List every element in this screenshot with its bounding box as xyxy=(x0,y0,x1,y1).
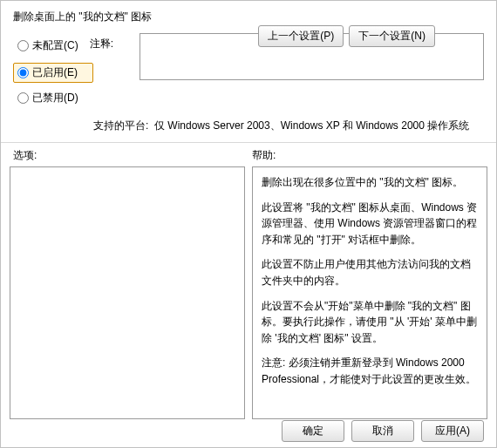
help-para: 注意: 必须注销并重新登录到 Windows 2000 Professional… xyxy=(262,355,478,387)
radio-unconfigured[interactable]: 未配置(C) xyxy=(13,36,90,56)
radio-unconfigured-input[interactable] xyxy=(17,40,29,51)
ok-button[interactable]: 确定 xyxy=(282,420,344,442)
divider xyxy=(1,142,496,143)
dialog-window: 删除桌面上的 "我的文档" 图标 上一个设置(P) 下一个设置(N) 未配置(C… xyxy=(0,0,497,448)
prev-setting-button[interactable]: 上一个设置(P) xyxy=(258,25,344,47)
options-label: 选项: xyxy=(13,148,252,163)
panes: 删除出现在很多位置中的 "我的文档" 图标。 此设置将 "我的文档" 图标从桌面… xyxy=(1,166,496,419)
help-label: 帮助: xyxy=(252,148,276,163)
radio-disabled[interactable]: 已禁用(D) xyxy=(13,88,93,108)
cancel-button[interactable]: 取消 xyxy=(351,420,414,442)
help-para: 此设置不会从"开始"菜单中删除 "我的文档" 图标。要执行此操作，请使用 "从 … xyxy=(262,298,478,347)
comment-label: 注释: xyxy=(90,33,140,51)
panes-header: 选项: 帮助: xyxy=(1,148,496,166)
radio-unconfigured-label: 未配置(C) xyxy=(32,38,78,53)
platform-value: 仅 Windows Server 2003、Windows XP 和 Windo… xyxy=(154,115,484,133)
radio-enabled-label: 已启用(E) xyxy=(32,65,78,80)
radio-enabled-input[interactable] xyxy=(17,67,29,78)
apply-button[interactable]: 应用(A) xyxy=(421,420,484,442)
help-para: 此设置不防止用户使用其他方法访问我的文档文件夹中的内容。 xyxy=(262,256,478,288)
help-pane[interactable]: 删除出现在很多位置中的 "我的文档" 图标。 此设置将 "我的文档" 图标从桌面… xyxy=(252,166,487,419)
footer-buttons: 确定 取消 应用(A) xyxy=(282,420,484,442)
help-para: 删除出现在很多位置中的 "我的文档" 图标。 xyxy=(262,174,478,191)
radio-enabled[interactable]: 已启用(E) xyxy=(13,63,93,83)
options-pane[interactable] xyxy=(10,166,245,419)
radio-disabled-input[interactable] xyxy=(17,92,29,104)
nav-buttons: 上一个设置(P) 下一个设置(N) xyxy=(258,25,435,47)
radio-disabled-label: 已禁用(D) xyxy=(32,91,78,105)
platform-label: 支持的平台: xyxy=(93,115,154,133)
help-para: 此设置将 "我的文档" 图标从桌面、Windows 资源管理器、使用 Windo… xyxy=(262,200,478,248)
next-setting-button[interactable]: 下一个设置(N) xyxy=(349,25,435,47)
